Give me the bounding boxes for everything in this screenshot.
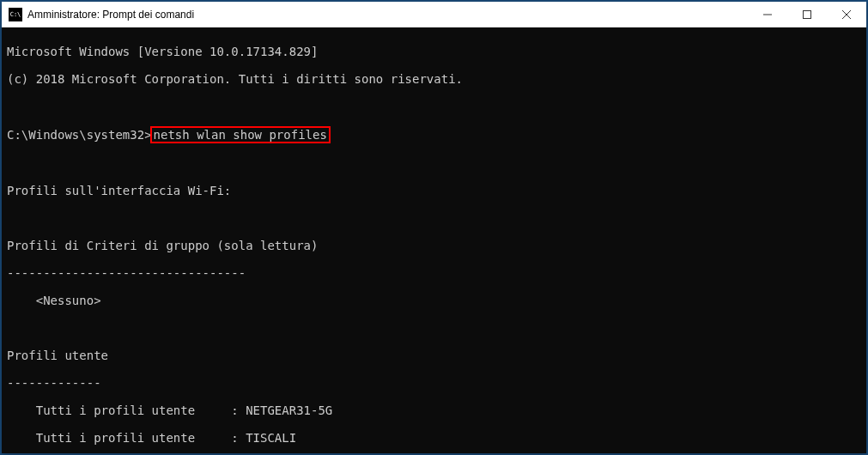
cmd-icon [9, 8, 22, 21]
blank-line [7, 156, 861, 170]
window-title: Amministratore: Prompt dei comandi [27, 9, 748, 21]
profile-label: Tutti i profili utente : [7, 431, 246, 445]
terminal-area[interactable]: Microsoft Windows [Versione 10.0.17134.8… [2, 27, 866, 453]
banner-line: Microsoft Windows [Versione 10.0.17134.8… [7, 45, 861, 58]
dashes: --------------------------------- [7, 266, 861, 280]
blank-line [7, 211, 861, 225]
minimize-button[interactable] [748, 2, 787, 27]
group-none: <Nessuno> [7, 294, 861, 307]
blank-line [7, 100, 861, 113]
section-interface-header: Profili sull'interfaccia Wi-Fi: [7, 184, 861, 197]
prompt-path: C:\Windows\system32> [7, 128, 152, 142]
blank-line [7, 321, 861, 335]
close-button[interactable] [827, 2, 866, 27]
profile-name: TISCALI [246, 431, 296, 445]
profile-name: NETGEAR31-5G [246, 403, 332, 417]
section-user-header: Profili utente [7, 349, 861, 362]
window-controls [748, 2, 866, 27]
copyright-line: (c) 2018 Microsoft Corporation. Tutti i … [7, 72, 861, 86]
profile-row: Tutti i profili utente : TISCALI [7, 431, 861, 445]
svg-rect-1 [804, 10, 811, 18]
section-group-header: Profili di Criteri di gruppo (sola lettu… [7, 239, 861, 252]
prompt-line-1: C:\Windows\system32>netsh wlan show prof… [7, 127, 861, 143]
command-text: netsh wlan show profiles [154, 128, 327, 142]
command-highlight: netsh wlan show profiles [150, 126, 331, 143]
cmd-window: Amministratore: Prompt dei comandi Micro… [2, 2, 866, 453]
profile-label: Tutti i profili utente : [7, 403, 246, 417]
maximize-button[interactable] [787, 2, 827, 27]
profile-row: Tutti i profili utente : NETGEAR31-5G [7, 403, 861, 417]
dashes: ------------- [7, 376, 861, 390]
titlebar: Amministratore: Prompt dei comandi [2, 2, 866, 27]
